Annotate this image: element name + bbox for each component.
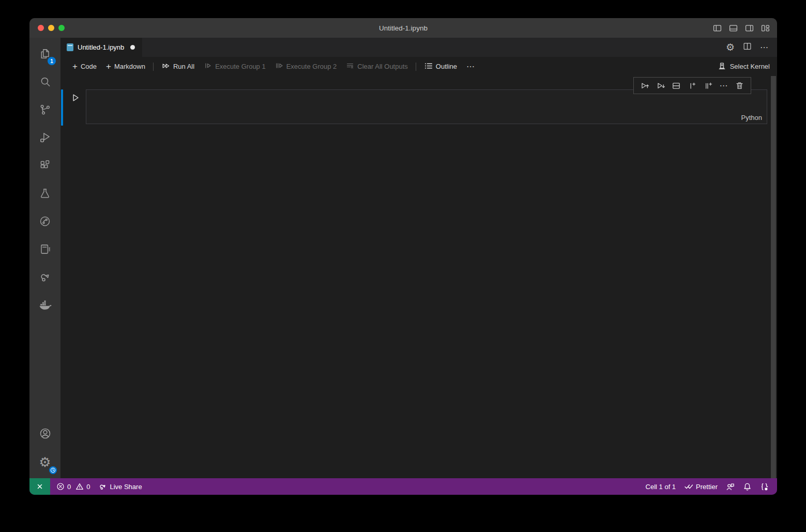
run-all-label: Run All (173, 63, 194, 70)
sidebar-item-live-share[interactable] (33, 265, 57, 291)
editor-more-actions-icon[interactable]: ⋯ (760, 42, 769, 52)
source-control-icon (38, 103, 52, 118)
execute-group-1-label: Execute Group 1 (215, 63, 266, 70)
tab-untitled-1[interactable]: Untitled-1.ipynb (60, 38, 142, 57)
sidebar-item-testing[interactable] (33, 181, 57, 207)
select-kernel-button[interactable]: Select Kernel (718, 62, 770, 72)
notebook-editor[interactable]: Python (60, 76, 777, 478)
ipynb-file-icon (67, 43, 73, 51)
cell-more-actions-icon[interactable]: ⋯ (718, 80, 730, 92)
live-share-label: Live Share (110, 483, 142, 491)
cell-indicator-status[interactable]: Cell 1 of 1 (642, 483, 680, 491)
remote-indicator[interactable] (29, 478, 50, 495)
traffic-lights (38, 25, 65, 31)
errors-icon (56, 482, 65, 491)
sidebar-item-source-control[interactable] (33, 98, 57, 124)
feedback-icon (726, 482, 735, 491)
run-all-icon (161, 62, 170, 72)
search-icon (38, 75, 52, 90)
notebook-icon (38, 242, 52, 258)
sidebar-item-run-debug[interactable] (33, 126, 57, 151)
toolbar-separator (416, 63, 416, 71)
toggle-panel-icon[interactable] (729, 24, 738, 33)
sidebar-item-commit-graph[interactable] (33, 209, 57, 235)
tab-label: Untitled-1.ipynb (78, 43, 124, 51)
notebook-scrollbar[interactable] (771, 76, 776, 478)
delete-cell-icon[interactable] (734, 80, 746, 92)
notebook-toolbar: + Code + Markdown Run All (60, 57, 777, 76)
execute-group-1-button[interactable]: Execute Group 1 (199, 60, 270, 73)
toggle-primary-sidebar-icon[interactable] (713, 24, 722, 33)
language-status-button[interactable] (756, 482, 773, 491)
sidebar-item-notebook[interactable] (33, 237, 57, 263)
warnings-count: 0 (86, 483, 90, 491)
split-cell-icon[interactable] (670, 80, 682, 92)
errors-count: 0 (67, 483, 71, 491)
code-cell-editor[interactable]: Python (86, 89, 767, 124)
unsaved-dot-icon[interactable] (130, 45, 135, 50)
sidebar-item-extensions[interactable] (33, 154, 57, 179)
execute-cell-and-below-icon[interactable] (655, 80, 667, 92)
add-markdown-label: Markdown (114, 63, 145, 70)
bell-icon (743, 482, 752, 491)
tab-bar: Untitled-1.ipynb ⚙ ⋯ (60, 38, 777, 57)
add-to-group-1-icon[interactable] (686, 80, 698, 92)
notifications-button[interactable] (739, 482, 756, 491)
run-cell-button[interactable] (70, 92, 81, 103)
commit-graph-icon (38, 215, 52, 230)
clear-all-outputs-button[interactable]: Clear All Outputs (341, 60, 413, 73)
toolbar-separator (153, 63, 154, 71)
zoom-window-button[interactable] (58, 25, 65, 31)
sidebar-item-explorer[interactable]: 1 (33, 42, 57, 68)
add-to-group-2-icon[interactable] (702, 80, 714, 92)
prettier-status[interactable]: Prettier (680, 482, 722, 491)
cell-language-picker[interactable]: Python (741, 114, 762, 121)
split-editor-icon[interactable] (743, 42, 752, 53)
settings-update-badge (49, 466, 57, 474)
feedback-button[interactable] (722, 482, 739, 491)
status-bar: 0 0 Live Share Cell 1 of 1 Prettier (29, 478, 777, 495)
configure-notebook-gear-icon[interactable]: ⚙ (726, 42, 735, 52)
beaker-icon (38, 187, 52, 202)
toolbar-more-actions-button[interactable]: ⋯ (462, 60, 480, 73)
problems-status[interactable]: 0 0 (52, 478, 94, 495)
execute-above-cells-icon[interactable] (638, 80, 651, 92)
window-title: Untitled-1.ipynb (29, 24, 777, 32)
settings-button[interactable]: ⚙ (33, 449, 57, 475)
sidebar-item-docker[interactable] (33, 293, 57, 319)
execute-group-2-button[interactable]: Execute Group 2 (270, 60, 342, 73)
execute-group-2-icon (275, 62, 283, 71)
title-bar: Untitled-1.ipynb (29, 18, 777, 38)
close-window-button[interactable] (38, 25, 44, 31)
explorer-badge: 1 (48, 57, 56, 65)
live-share-icon (38, 270, 52, 286)
toggle-secondary-sidebar-icon[interactable] (745, 24, 754, 33)
add-code-cell-button[interactable]: + Code (68, 60, 101, 73)
plus-icon: + (106, 62, 111, 71)
clear-outputs-icon (346, 62, 354, 71)
debug-icon (38, 131, 52, 146)
account-button[interactable] (33, 421, 57, 447)
focused-cell-indicator (61, 89, 63, 126)
live-share-status[interactable]: Live Share (94, 478, 146, 495)
activity-bar: 1 (29, 38, 60, 478)
minimize-window-button[interactable] (48, 25, 54, 31)
add-code-label: Code (81, 63, 97, 70)
outline-icon (424, 62, 433, 72)
live-share-icon (98, 482, 107, 491)
clear-all-outputs-label: Clear All Outputs (357, 63, 408, 70)
add-markdown-cell-button[interactable]: + Markdown (101, 60, 150, 73)
customize-layout-icon[interactable] (761, 24, 770, 33)
double-check-icon (684, 482, 693, 491)
gear-icon: ⚙ (39, 455, 51, 469)
warnings-icon (75, 482, 84, 491)
kernel-icon (718, 62, 726, 72)
more-actions-icon: ⋯ (466, 62, 475, 71)
plus-icon: + (72, 62, 78, 71)
execute-group-1-icon (204, 62, 212, 71)
cell-indicator-label: Cell 1 of 1 (646, 483, 676, 491)
run-all-button[interactable]: Run All (157, 60, 199, 73)
sidebar-item-search[interactable] (33, 70, 57, 96)
outline-button[interactable]: Outline (419, 60, 462, 73)
select-kernel-label: Select Kernel (730, 63, 770, 70)
